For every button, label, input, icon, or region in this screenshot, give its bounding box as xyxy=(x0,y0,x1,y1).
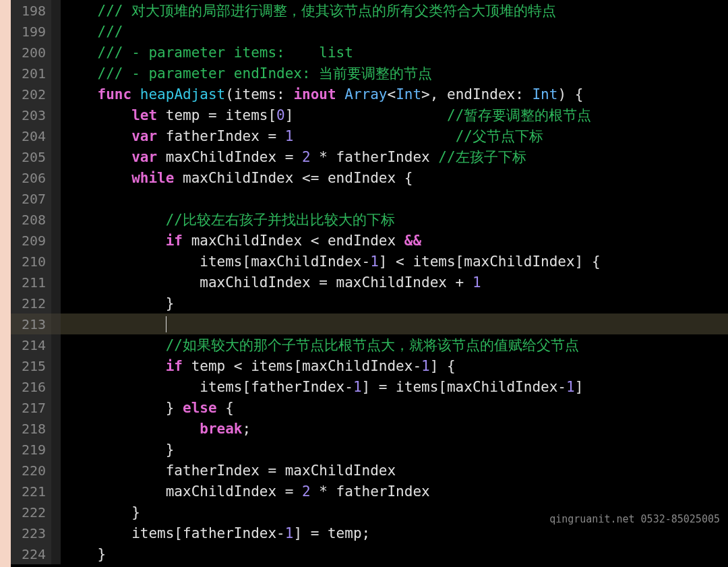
fold-gutter[interactable] xyxy=(51,84,61,105)
line-number: 206 xyxy=(11,167,51,188)
code-line[interactable]: 210 items[maxChildIndex-1] < items[maxCh… xyxy=(11,251,728,272)
line-content[interactable]: while maxChildIndex <= endIndex { xyxy=(61,170,413,186)
code-line[interactable]: 202 func heapAdjast(items: inout Array<I… xyxy=(11,84,728,105)
code-line[interactable]: 206 while maxChildIndex <= endIndex { xyxy=(11,167,728,188)
code-line[interactable]: 220 fatherIndex = maxChildIndex xyxy=(11,460,728,481)
code-line[interactable]: 209 if maxChildIndex < endIndex && xyxy=(11,230,728,251)
code-line[interactable]: 205 var maxChildIndex = 2 * fatherIndex … xyxy=(11,146,728,167)
code-line[interactable]: 216 items[fatherIndex-1] = items[maxChil… xyxy=(11,376,728,397)
line-content[interactable]: var fatherIndex = 1 //父节点下标 xyxy=(61,127,543,146)
code-line[interactable]: 214 //如果较大的那个子节点比根节点大，就将该节点的值赋给父节点 xyxy=(11,334,728,355)
code-token: 1 xyxy=(285,128,294,144)
code-line[interactable]: 208 //比较左右孩子并找出比较大的下标 xyxy=(11,209,728,230)
fold-gutter[interactable] xyxy=(51,209,61,230)
fold-gutter[interactable] xyxy=(51,439,61,460)
line-content[interactable]: } xyxy=(61,442,174,458)
code-line[interactable]: 219 } xyxy=(11,439,728,460)
line-content[interactable]: //如果较大的那个子节点比根节点大，就将该节点的值赋给父节点 xyxy=(61,336,579,355)
fold-gutter[interactable] xyxy=(51,42,61,63)
fold-gutter[interactable] xyxy=(51,355,61,376)
code-token: break xyxy=(200,421,242,437)
fold-gutter[interactable] xyxy=(51,418,61,439)
code-token: if xyxy=(166,233,183,249)
fold-gutter[interactable] xyxy=(51,167,61,188)
fold-gutter[interactable] xyxy=(51,543,61,564)
fold-gutter[interactable] xyxy=(51,376,61,397)
line-content[interactable]: //比较左右孩子并找出比较大的下标 xyxy=(61,210,395,229)
line-content[interactable]: func heapAdjast(items: inout Array<Int>,… xyxy=(61,86,583,102)
code-line[interactable]: 200 /// - parameter items: list xyxy=(11,42,728,63)
code-line[interactable]: 221 maxChildIndex = 2 * fatherIndex xyxy=(11,481,728,502)
fold-gutter[interactable] xyxy=(51,481,61,502)
code-line[interactable]: 215 if temp < items[maxChildIndex-1] { xyxy=(11,355,728,376)
line-content[interactable]: break; xyxy=(61,421,251,437)
code-token xyxy=(63,44,98,61)
line-content[interactable]: } xyxy=(61,546,106,562)
line-content[interactable]: if temp < items[maxChildIndex-1] { xyxy=(61,358,456,374)
code-line[interactable]: 224 } xyxy=(11,543,728,564)
fold-gutter[interactable] xyxy=(51,63,61,84)
line-number: 207 xyxy=(11,188,51,209)
line-content[interactable]: let temp = items[0] //暂存要调整的根节点 xyxy=(61,106,591,125)
line-content[interactable]: /// xyxy=(61,24,123,40)
code-line[interactable]: 204 var fatherIndex = 1 //父节点下标 xyxy=(11,125,728,146)
line-content[interactable]: } else { xyxy=(61,400,234,416)
code-token: func xyxy=(98,86,132,102)
line-content[interactable]: items[fatherIndex-1] = items[maxChildInd… xyxy=(61,379,583,395)
line-content[interactable]: var maxChildIndex = 2 * fatherIndex //左孩… xyxy=(61,148,526,167)
fold-gutter[interactable] xyxy=(51,125,61,146)
code-line[interactable]: 218 break; xyxy=(11,418,728,439)
code-line[interactable]: 203 let temp = items[0] //暂存要调整的根节点 xyxy=(11,105,728,125)
code-line[interactable]: 211 maxChildIndex = maxChildIndex + 1 xyxy=(11,272,728,293)
code-line[interactable]: 223 items[fatherIndex-1] = temp; xyxy=(11,523,728,543)
fold-gutter[interactable] xyxy=(51,523,61,543)
line-content[interactable]: /// 对大顶堆的局部进行调整，使其该节点的所有父类符合大顶堆的特点 xyxy=(61,1,556,20)
code-token: fatherIndex = maxChildIndex xyxy=(63,462,396,479)
code-token xyxy=(63,65,98,82)
code-token xyxy=(336,86,345,102)
line-content[interactable]: } xyxy=(61,504,140,520)
line-content[interactable]: fatherIndex = maxChildIndex xyxy=(61,462,396,479)
fold-gutter[interactable] xyxy=(51,146,61,167)
code-token: maxChildIndex = maxChildIndex + xyxy=(63,274,473,291)
line-content[interactable]: /// - parameter items: list xyxy=(61,44,353,61)
fold-gutter[interactable] xyxy=(51,188,61,209)
code-token: //左孩子下标 xyxy=(438,149,526,165)
line-content[interactable]: /// - parameter endIndex: 当前要调整的节点 xyxy=(61,64,432,83)
code-area[interactable]: 198 /// 对大顶堆的局部进行调整，使其该节点的所有父类符合大顶堆的特点19… xyxy=(11,0,728,567)
fold-gutter[interactable] xyxy=(51,397,61,418)
code-token: fatherIndex = xyxy=(157,128,285,144)
fold-gutter[interactable] xyxy=(51,21,61,42)
line-content[interactable]: items[fatherIndex-1] = temp; xyxy=(61,525,370,541)
fold-gutter[interactable] xyxy=(51,314,61,334)
line-content[interactable]: items[maxChildIndex-1] < items[maxChildI… xyxy=(61,253,601,270)
code-token xyxy=(63,337,166,353)
line-content[interactable] xyxy=(61,316,166,332)
code-line[interactable]: 199 /// xyxy=(11,21,728,42)
fold-gutter[interactable] xyxy=(51,0,61,21)
code-line[interactable]: 201 /// - parameter endIndex: 当前要调整的节点 xyxy=(11,63,728,84)
line-content[interactable]: if maxChildIndex < endIndex && xyxy=(61,233,421,249)
code-line[interactable]: 207 xyxy=(11,188,728,209)
code-line[interactable]: 213 xyxy=(11,314,728,334)
code-line[interactable]: 198 /// 对大顶堆的局部进行调整，使其该节点的所有父类符合大顶堆的特点 xyxy=(11,0,728,21)
fold-gutter[interactable] xyxy=(51,460,61,481)
line-content[interactable]: } xyxy=(61,295,174,311)
line-content[interactable]: maxChildIndex = 2 * fatherIndex xyxy=(61,483,430,500)
line-number: 216 xyxy=(11,376,51,397)
code-line[interactable]: 217 } else { xyxy=(11,397,728,418)
fold-gutter[interactable] xyxy=(51,502,61,523)
fold-gutter[interactable] xyxy=(51,105,61,125)
fold-gutter[interactable] xyxy=(51,230,61,251)
line-content[interactable]: maxChildIndex = maxChildIndex + 1 xyxy=(61,274,481,291)
code-token xyxy=(131,86,140,102)
fold-gutter[interactable] xyxy=(51,251,61,272)
code-line[interactable]: 212 } xyxy=(11,293,728,314)
fold-gutter[interactable] xyxy=(51,334,61,355)
watermark-text: qingruanit.net 0532-85025005 xyxy=(549,513,720,525)
code-token xyxy=(63,3,98,19)
fold-gutter[interactable] xyxy=(51,293,61,314)
fold-gutter[interactable] xyxy=(51,272,61,293)
line-number: 215 xyxy=(11,355,51,376)
line-number: 222 xyxy=(11,502,51,523)
